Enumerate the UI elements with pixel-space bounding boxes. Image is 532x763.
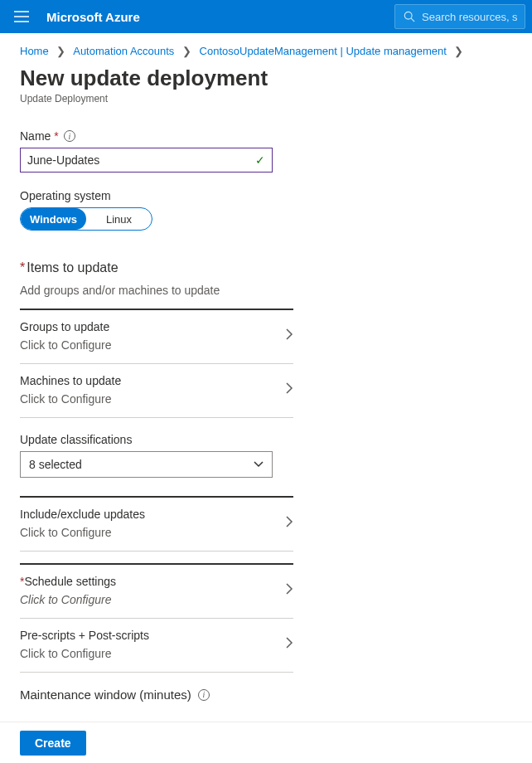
os-toggle: Windows Linux [20, 207, 152, 231]
breadcrumb-home[interactable]: Home [20, 45, 49, 57]
machines-to-update-row[interactable]: Machines to update Click to Configure [20, 363, 293, 417]
breadcrumb-automation-accounts[interactable]: Automation Accounts [73, 45, 174, 57]
pre-post-scripts-row[interactable]: Pre-scripts + Post-scripts Click to Conf… [20, 618, 293, 672]
classifications-select[interactable]: 8 selected [20, 451, 273, 478]
schedule-label: *Schedule settings [20, 575, 285, 588]
include-exclude-row[interactable]: Include/exclude updates Click to Configu… [20, 496, 293, 551]
svg-line-1 [411, 18, 414, 22]
classifications-label: Update classifications [20, 433, 512, 446]
check-icon: ✓ [255, 153, 265, 167]
info-icon[interactable]: i [198, 689, 210, 701]
chevron-right-icon [285, 636, 293, 653]
product-name: Microsoft Azure [46, 10, 140, 24]
breadcrumb: Home ❯ Automation Accounts ❯ ContosoUpda… [0, 33, 532, 61]
groups-to-update-row[interactable]: Groups to update Click to Configure [20, 309, 293, 363]
items-to-update-subheading: Add groups and/or machines to update [20, 284, 512, 297]
search-placeholder: Search resources, s [422, 11, 518, 23]
chevron-down-icon [254, 461, 264, 468]
os-option-linux[interactable]: Linux [86, 208, 152, 230]
os-label: Operating system [20, 189, 512, 202]
groups-sub: Click to Configure [20, 338, 285, 352]
info-icon[interactable]: i [64, 130, 75, 142]
groups-label: Groups to update [20, 320, 285, 333]
classifications-value: 8 selected [29, 458, 254, 471]
os-option-windows[interactable]: Windows [21, 208, 86, 230]
items-to-update-heading: *Items to update [20, 260, 512, 275]
page-subtitle: Update Deployment [0, 91, 532, 119]
hamburger-menu[interactable] [7, 0, 36, 33]
page-title: New update deployment [0, 61, 532, 91]
chevron-right-icon: ❯ [454, 45, 463, 57]
chevron-right-icon: ❯ [182, 45, 191, 57]
name-label: Name [20, 129, 51, 143]
global-search-input[interactable]: Search resources, s [394, 4, 525, 29]
machines-label: Machines to update [20, 374, 285, 387]
required-indicator: * [54, 129, 58, 143]
chevron-right-icon [285, 515, 293, 532]
machines-sub: Click to Configure [20, 392, 285, 406]
create-button[interactable]: Create [20, 731, 86, 756]
maintenance-window-label: Maintenance window (minutes) [20, 688, 191, 702]
chevron-right-icon [285, 328, 293, 344]
include-label: Include/exclude updates [20, 508, 285, 521]
schedule-sub: Click to Configure [20, 593, 285, 606]
chevron-right-icon: ❯ [56, 45, 65, 57]
svg-point-0 [404, 12, 412, 19]
scripts-sub: Click to Configure [20, 647, 285, 660]
breadcrumb-update-management[interactable]: ContosoUpdateManagement | Update managem… [200, 45, 447, 57]
scripts-label: Pre-scripts + Post-scripts [20, 629, 285, 642]
schedule-settings-row[interactable]: *Schedule settings Click to Configure [20, 563, 293, 618]
include-sub: Click to Configure [20, 526, 285, 539]
chevron-right-icon [285, 382, 293, 398]
chevron-right-icon [285, 582, 293, 599]
search-icon [404, 11, 415, 22]
name-input-value: June-Updates [27, 153, 255, 167]
name-input[interactable]: June-Updates ✓ [20, 148, 273, 173]
